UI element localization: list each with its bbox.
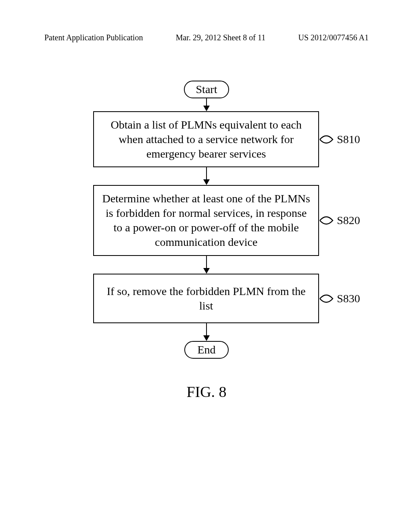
- start-label: Start: [196, 83, 217, 96]
- connector-icon: [319, 212, 334, 229]
- end-label: End: [197, 343, 215, 356]
- header-left: Patent Application Publication: [44, 33, 143, 42]
- step-box-1: Obtain a list of PLMNs equivalent to eac…: [93, 111, 319, 167]
- step-text-3: If so, remove the forbidden PLMN from th…: [107, 285, 306, 312]
- start-terminator: Start: [184, 81, 229, 98]
- step-row-1: Obtain a list of PLMNs equivalent to eac…: [93, 111, 360, 167]
- connector-icon: [319, 291, 334, 307]
- step-text-1: Obtain a list of PLMNs equivalent to eac…: [111, 118, 302, 160]
- step-row-3: If so, remove the forbidden PLMN from th…: [93, 274, 360, 324]
- arrow-icon: [203, 98, 210, 111]
- arrow-icon: [203, 167, 210, 185]
- step-box-3: If so, remove the forbidden PLMN from th…: [93, 274, 319, 324]
- step-label-1: S810: [337, 133, 360, 146]
- arrow-icon: [203, 323, 210, 341]
- arrow-icon: [203, 256, 210, 274]
- step-box-2: Determine whether at least one of the PL…: [93, 185, 319, 256]
- end-terminator: End: [184, 341, 229, 359]
- figure-caption: FIG. 8: [0, 383, 413, 401]
- step-label-2: S820: [337, 214, 360, 227]
- step-row-2: Determine whether at least one of the PL…: [93, 185, 360, 256]
- connector-icon: [319, 131, 334, 148]
- header-center: Mar. 29, 2012 Sheet 8 of 11: [176, 33, 266, 42]
- step-text-2: Determine whether at least one of the PL…: [102, 192, 310, 248]
- page-header: Patent Application Publication Mar. 29, …: [44, 33, 369, 42]
- flowchart: Start Obtain a list of PLMNs equivalent …: [0, 81, 413, 359]
- header-right: US 2012/0077456 A1: [298, 33, 369, 42]
- step-label-3: S830: [337, 292, 360, 305]
